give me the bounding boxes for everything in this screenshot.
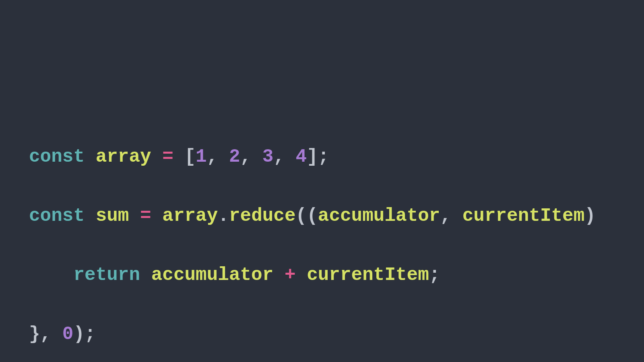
keyword-const: const bbox=[29, 146, 85, 167]
number-literal: 1 bbox=[196, 146, 207, 167]
code-line-3: return accumulator + currentItem; bbox=[29, 261, 644, 290]
code-line-4: }, 0); bbox=[29, 320, 644, 350]
method-reduce: reduce bbox=[229, 206, 296, 226]
number-literal: 2 bbox=[229, 146, 240, 167]
semicolon: ; bbox=[429, 265, 440, 286]
number-literal: 0 bbox=[62, 324, 74, 345]
identifier-array: array bbox=[162, 206, 218, 226]
code-editor[interactable]: const array = [1, 2, 3, 4]; const sum = … bbox=[0, 0, 644, 362]
keyword-const: const bbox=[29, 206, 85, 226]
param-currentitem: currentItem bbox=[462, 206, 585, 226]
brace-close: }, bbox=[29, 324, 62, 345]
identifier-currentitem: currentItem bbox=[307, 265, 429, 286]
code-line-1: const array = [1, 2, 3, 4]; bbox=[29, 142, 644, 172]
paren-open: (( bbox=[296, 206, 318, 226]
paren-close: ) bbox=[584, 206, 607, 226]
operator-assign: = bbox=[140, 206, 151, 226]
identifier-sum: sum bbox=[96, 206, 129, 226]
param-accumulator: accumulator bbox=[318, 206, 440, 226]
bracket-close: ]; bbox=[307, 146, 329, 167]
operator-assign: = bbox=[162, 146, 173, 167]
operator-plus: + bbox=[285, 265, 296, 286]
identifier-accumulator: accumulator bbox=[151, 265, 274, 286]
keyword-return: return bbox=[73, 265, 140, 286]
paren-close: ); bbox=[73, 324, 95, 345]
code-line-2: const sum = array.reduce((accumulator, c… bbox=[29, 202, 644, 231]
bracket-open: [ bbox=[185, 146, 196, 167]
dot: . bbox=[218, 206, 229, 226]
identifier-array: array bbox=[96, 146, 151, 167]
number-literal: 4 bbox=[296, 146, 307, 167]
number-literal: 3 bbox=[262, 146, 274, 167]
